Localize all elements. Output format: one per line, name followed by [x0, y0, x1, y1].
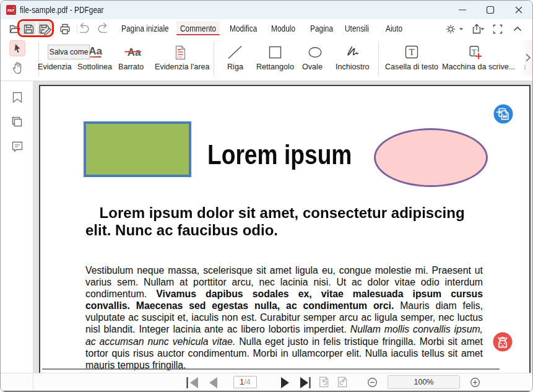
svg-text:Aa: Aa — [89, 45, 102, 57]
svg-text:T: T — [409, 47, 414, 57]
svg-text:T: T — [472, 48, 477, 56]
